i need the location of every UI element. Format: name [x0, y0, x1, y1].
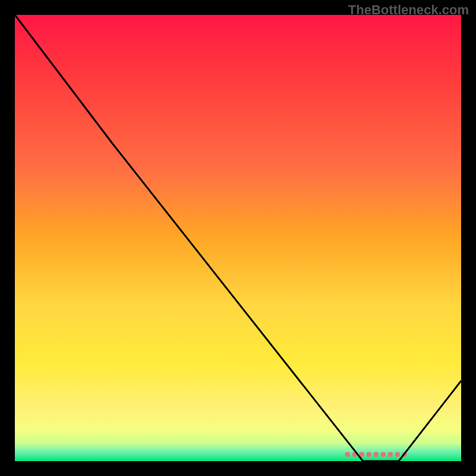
optimal-marker: [345, 452, 407, 457]
chart-svg: [0, 0, 476, 476]
svg-rect-0: [345, 452, 350, 457]
svg-rect-6: [388, 452, 393, 457]
plot-area: [15, 15, 461, 461]
svg-rect-7: [395, 452, 400, 457]
svg-rect-5: [381, 452, 386, 457]
watermark-text: TheBottleneck.com: [348, 2, 469, 18]
svg-rect-4: [374, 452, 378, 457]
bottleneck-chart: TheBottleneck.com: [0, 0, 476, 476]
svg-rect-3: [367, 452, 371, 457]
